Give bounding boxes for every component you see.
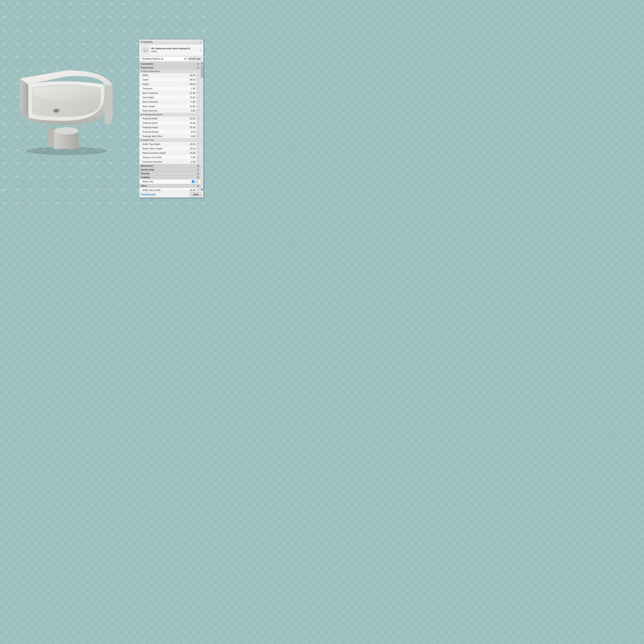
properties-panel: Properties × RD_Bathroom Sink Semi Pedes… xyxy=(139,39,203,198)
watermark-rd: RD xyxy=(202,16,206,19)
prop-value-pedestal-width[interactable]: 22.00 xyxy=(180,117,196,120)
watermark-rd: RD xyxy=(56,42,60,45)
category-dropdown[interactable]: Plumbing Fixtures (1) xyxy=(140,57,187,61)
watermark-rd: RD xyxy=(122,42,126,45)
section-mechanical[interactable]: Mechanical ⊞ xyxy=(139,164,200,168)
prop-btn-visibility-bottle-trap[interactable]: ⋯ xyxy=(195,180,199,183)
prop-value-height[interactable]: 90.00 xyxy=(180,83,196,86)
prop-btn-pedestal-wall-offset[interactable]: ⋯ xyxy=(196,134,200,138)
watermark-rd: RD xyxy=(95,2,99,6)
edit-type-button[interactable]: ⊞ Edit Type xyxy=(188,57,202,61)
property-row-pedestal-height: Pedestal Height 25.00 ⋯ xyxy=(139,125,200,130)
apply-button[interactable]: Apply xyxy=(190,192,202,196)
prop-value-pedestal-wall-offset[interactable]: 3.00 xyxy=(180,135,196,138)
panel-body-wrapper: Constraints ⊞ Dimensions ⊞ ▶ Main Dimens… xyxy=(139,62,203,191)
prop-btn-basin-height[interactable]: ⋯ xyxy=(196,104,200,108)
prop-value-base-thickness[interactable]: 3.00 xyxy=(180,100,196,103)
prop-btn-bottle-trap-height[interactable]: ⋯ xyxy=(196,142,200,146)
prop-btn-back-thickness[interactable]: ⋯ xyxy=(196,91,200,95)
prop-value-width[interactable]: 60.00 xyxy=(180,74,196,77)
visibility-checkbox-bottle-trap[interactable] xyxy=(192,180,194,183)
watermark-rd: RD xyxy=(42,42,46,45)
watermark-rd: RD xyxy=(109,188,113,192)
subsection-bottle-trap[interactable]: ▶ Bottle Trap xyxy=(139,138,200,142)
section-identity-data[interactable]: Identity Data ⊞ xyxy=(139,168,200,172)
section-other[interactable]: Other ⊞ xyxy=(139,184,200,188)
watermark-rd: RD xyxy=(135,202,139,205)
prop-value-bottom-body-height[interactable]: 15.00 xyxy=(180,147,196,150)
prop-btn-depth[interactable]: ⋯ xyxy=(196,78,200,82)
header-scroll-btn[interactable]: ▼ xyxy=(199,49,202,51)
watermark-rd: RD xyxy=(29,175,33,178)
close-button[interactable]: × xyxy=(199,40,202,43)
subsection-pedestal-dimension[interactable]: ▶ Pedestal Dimension xyxy=(139,113,200,116)
prop-value-pedestal-depth[interactable]: 25.00 xyxy=(180,121,196,125)
section-visibility[interactable]: Visibility ⊞ xyxy=(139,175,200,179)
watermark-rd: RD xyxy=(69,42,73,45)
prop-btn-distance-from-wall[interactable]: ⋯ xyxy=(196,156,200,159)
property-row-pedestal-radius: Pedestal Radius 6.00 ⋯ xyxy=(139,130,200,134)
watermark-rd: RD xyxy=(82,16,86,19)
prop-btn-thickness[interactable]: ⋯ xyxy=(196,87,200,90)
prop-label-bottom-body-height: Bottom Body Height xyxy=(139,147,180,150)
scrollbar-down-button[interactable]: ▼ xyxy=(201,188,203,191)
scrollbar-up-button[interactable]: ▲ xyxy=(201,62,203,65)
watermark-rd: RD xyxy=(82,162,86,165)
subsection-main-dimensions[interactable]: ▶ Main Dimensions xyxy=(139,70,200,73)
prop-btn-drain-diameter[interactable]: ⋯ xyxy=(196,109,200,112)
prop-btn-pedestal-width[interactable]: ⋯ xyxy=(196,117,200,120)
prop-value-pedestal-radius[interactable]: 6.00 xyxy=(180,130,196,133)
prop-btn-width[interactable]: ⋯ xyxy=(196,73,200,77)
prop-label-connector-diameter: Connector Diameter xyxy=(139,160,180,163)
watermark-rd: RD xyxy=(188,29,192,32)
prop-btn-base-thickness[interactable]: ⋯ xyxy=(196,100,200,104)
scrollbar-thumb[interactable] xyxy=(201,66,203,78)
prop-value-depth[interactable]: 48.00 xyxy=(180,78,196,81)
prop-btn-wall-connection-height[interactable]: ⋯ xyxy=(196,151,200,155)
prop-btn-pedestal-height[interactable]: ⋯ xyxy=(196,126,200,129)
prop-label-pedestal-radius: Pedestal Radius xyxy=(139,130,180,133)
prop-btn-pedestal-radius[interactable]: ⋯ xyxy=(196,130,200,134)
collapse-icon: ⊞ xyxy=(197,63,199,65)
section-dimensions[interactable]: Dimensions ⊞ xyxy=(139,66,200,70)
watermark-rd: RD xyxy=(2,109,6,112)
watermark-rd: RD xyxy=(69,162,73,165)
prop-value-connector-diameter[interactable]: 3.20 xyxy=(180,160,196,163)
watermark-rd: RD xyxy=(135,69,139,72)
panel-footer: Properties help Apply xyxy=(139,191,203,197)
property-row-base-thickness: Base Thickness 3.00 ⋯ xyxy=(139,100,200,104)
prop-value-bottle-trap-height[interactable]: 25.50 xyxy=(180,142,196,146)
prop-value-distance-from-wall[interactable]: 0.00 xyxy=(180,156,196,159)
prop-value-back-thickness[interactable]: 12.00 xyxy=(180,91,196,95)
watermark-rd: RD xyxy=(149,202,153,205)
watermark-rd: RD xyxy=(56,162,60,165)
prop-value-thickness[interactable]: 1.50 xyxy=(180,87,196,90)
properties-help-link[interactable]: Properties help xyxy=(141,193,156,195)
prop-value-basin-height[interactable]: 12.00 xyxy=(180,105,196,108)
prop-btn-bottom-body-height[interactable]: ⋯ xyxy=(196,147,200,150)
prop-value-bottle-trap-length[interactable]: 16.00 xyxy=(180,188,196,191)
watermark-rd: RD xyxy=(16,175,20,178)
prop-btn-bottle-trap-length[interactable]: ⋯ xyxy=(196,188,200,191)
section-phasing[interactable]: Phasing ⊞ xyxy=(139,172,200,175)
prop-btn-height[interactable]: ⋯ xyxy=(196,82,200,86)
watermark-rd: RD xyxy=(135,135,139,138)
collapse-icon-phasing: ⊞ xyxy=(197,172,199,175)
watermark-rd: RD xyxy=(188,202,192,205)
watermark-rd: RD xyxy=(2,2,6,6)
dropdown-row: Plumbing Fixtures (1) ⊞ Edit Type xyxy=(139,56,203,62)
prop-btn-pedestal-depth[interactable]: ⋯ xyxy=(196,121,200,125)
sink-illustration xyxy=(12,52,129,157)
watermark-rd: RD xyxy=(95,42,99,45)
watermark-rd: RD xyxy=(42,29,46,32)
watermark-rd: RD xyxy=(109,162,113,165)
prop-btn-connector-diameter[interactable]: ⋯ xyxy=(196,160,200,164)
panel-scrollbar[interactable]: ▲ ▼ xyxy=(200,62,203,191)
section-constraints[interactable]: Constraints ⊞ xyxy=(139,62,200,66)
prop-btn-sink-height[interactable]: ⋯ xyxy=(196,96,200,99)
prop-value-sink-height[interactable]: 15.00 xyxy=(180,96,196,99)
prop-value-drain-diameter[interactable]: 6.00 xyxy=(180,109,196,112)
watermark-rd: RD xyxy=(135,188,139,192)
prop-value-wall-connection-height[interactable]: 10.00 xyxy=(180,151,196,155)
prop-value-pedestal-height[interactable]: 25.00 xyxy=(180,126,196,129)
